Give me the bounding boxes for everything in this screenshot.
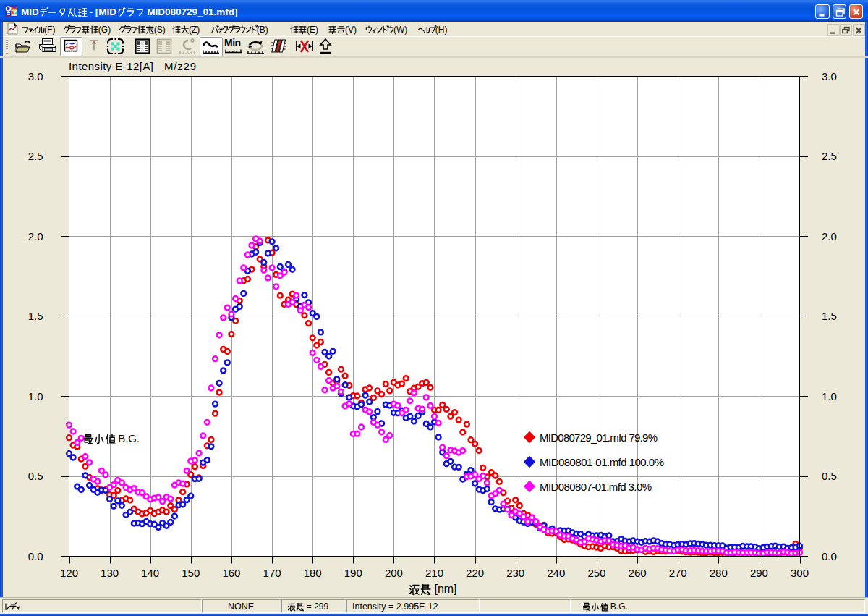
svg-text:200: 200: [385, 567, 403, 579]
svg-text:MID080729_01.mfd 79.9%: MID080729_01.mfd 79.9%: [540, 431, 658, 444]
svg-text:280: 280: [710, 567, 728, 579]
svg-text:= 299: = 299: [305, 602, 329, 612]
svg-text:1.5: 1.5: [822, 310, 837, 322]
svg-text:(B): (B): [257, 25, 268, 35]
svg-text:(V): (V): [345, 25, 357, 35]
svg-text:(E): (E): [307, 25, 318, 35]
svg-text:220: 220: [466, 567, 484, 579]
svg-text:250: 250: [587, 567, 605, 579]
svg-text:MID080729_01.mfd]: MID080729_01.mfd]: [145, 7, 238, 17]
svg-text:260: 260: [629, 567, 647, 579]
svg-text:2.5: 2.5: [28, 150, 43, 162]
svg-text:Intensity E-12[A]: Intensity E-12[A]: [69, 60, 153, 72]
svg-text:(F): (F): [44, 25, 55, 35]
svg-text:160: 160: [222, 567, 240, 579]
svg-text:2.0: 2.0: [28, 230, 43, 242]
svg-text:1.5: 1.5: [28, 310, 43, 322]
svg-text:(S): (S): [154, 25, 166, 35]
svg-text:150: 150: [182, 567, 200, 579]
svg-text:3.0: 3.0: [822, 70, 837, 83]
svg-text:2.5: 2.5: [822, 150, 837, 162]
svg-text:130: 130: [101, 567, 119, 579]
svg-text:B.G.: B.G.: [608, 602, 628, 612]
svg-text:300: 300: [791, 567, 809, 579]
svg-text:290: 290: [750, 567, 768, 579]
svg-text:B.G.: B.G.: [115, 432, 140, 444]
svg-text:M/z29: M/z29: [164, 60, 196, 72]
svg-text:240: 240: [547, 567, 565, 579]
svg-text:180: 180: [304, 567, 322, 579]
svg-text:MID080807-01.mfd 3.0%: MID080807-01.mfd 3.0%: [540, 481, 652, 493]
svg-text:210: 210: [425, 567, 443, 579]
svg-text:0.0: 0.0: [28, 550, 43, 562]
svg-text:170: 170: [263, 567, 281, 579]
svg-text:0.0: 0.0: [822, 550, 837, 562]
svg-text:3.0: 3.0: [28, 70, 43, 83]
svg-text:0.5: 0.5: [28, 470, 43, 482]
svg-text:(Z): (Z): [189, 25, 200, 35]
svg-text:(H): (H): [435, 25, 448, 35]
svg-text:(W): (W): [393, 25, 407, 35]
svg-text:2.0: 2.0: [822, 230, 837, 242]
svg-text:190: 190: [344, 567, 362, 579]
svg-text:1.0: 1.0: [822, 390, 837, 402]
svg-text:120: 120: [60, 567, 78, 579]
svg-text:MID: MID: [21, 7, 39, 17]
svg-text:270: 270: [669, 567, 687, 579]
svg-text:0.5: 0.5: [822, 470, 837, 482]
svg-text:1.0: 1.0: [28, 390, 43, 402]
svg-text:MID080801-01.mfd 100.0%: MID080801-01.mfd 100.0%: [540, 456, 664, 468]
svg-text:230: 230: [506, 567, 524, 579]
svg-text:(G): (G): [98, 25, 111, 35]
svg-text:Min: Min: [224, 38, 241, 48]
svg-text:[nm]: [nm]: [431, 583, 457, 595]
svg-text:- [MID: - [MID: [87, 7, 116, 17]
svg-text:140: 140: [141, 567, 159, 579]
